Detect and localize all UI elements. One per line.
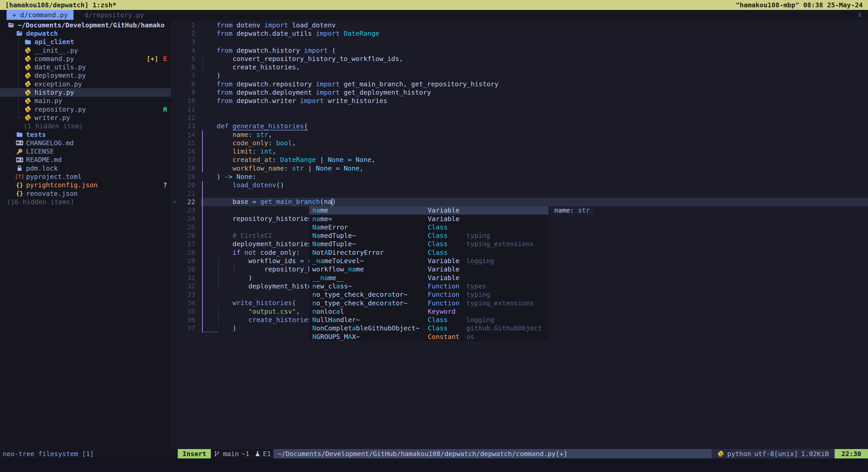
code-token: , [403,80,407,88]
tree-item[interactable]: {}renovate.json [0,189,171,198]
code-token: , [272,148,276,155]
completion-item[interactable]: NGROUPS_MAX~Constantos [309,332,549,341]
line-number: 12 [179,114,195,121]
tree-item[interactable]: command.py[+]E [0,55,171,63]
completion-item[interactable]: _nameToLevel~Variablelogging [309,257,549,265]
completion-kind: Variable [428,257,460,265]
tree-item[interactable]: [T]pyproject.toml [0,172,171,181]
completion-item[interactable]: nameVariable [309,206,549,215]
code-text: create_histories(r [217,316,320,324]
tree-item[interactable]: writer.py [0,113,171,122]
code-line[interactable]: 7) [171,71,868,80]
completion-item[interactable]: no_type_check_decorator~Functiontyping_e… [309,299,549,307]
code-line[interactable]: 4from depwatch.history import ( [171,46,868,55]
tree-item[interactable]: CHANGELOG.md [0,139,171,147]
code-line[interactable]: 18 workflow_name: str | None = None, [171,164,868,172]
close-icon[interactable]: X [851,10,868,20]
code-line[interactable]: 16 limit: int, [171,147,868,155]
tree-item[interactable]: __init__.py [0,46,171,55]
code-line[interactable]: 15 code_only: bool, [171,139,868,147]
completion-item[interactable]: new_class~Functiontypes [309,282,549,290]
completion-item[interactable]: NullHandler~Classlogging [309,316,549,324]
tree-item[interactable]: repository.pyH [0,105,171,113]
code-token: depwatch.history [232,47,304,54]
tree-item[interactable]: deployment.py [0,71,171,80]
code-line[interactable]: 2from depwatch.date_utils import DateRan… [171,29,868,37]
tree-item[interactable]: ~/Documents/Development/GitHub/hamako [0,21,171,29]
line-number: 34 [179,299,195,307]
code-token: import [304,47,328,54]
code-line[interactable]: 6 create_histories, [171,63,868,71]
code-line[interactable]: 13def generate_histories( [171,122,868,130]
completion-source: os [466,333,474,341]
tree-item[interactable]: depwatch [0,29,171,37]
code-token: , [371,156,375,164]
tree-item[interactable]: tests [0,130,171,139]
gutter-sign [171,316,179,324]
code-token: import [264,21,288,29]
gutter-sign [171,72,179,79]
python-icon [24,47,32,54]
code-line[interactable]: 14 name: str, [171,130,868,139]
git-diff-count: ~1 [241,450,249,458]
gutter: 12 [171,114,202,121]
gutter-sign [171,122,179,130]
code-line[interactable]: 21 [171,189,868,198]
completion-item[interactable]: NamedTuple~Classtyping [309,231,549,240]
completion-item[interactable]: workflow_nameVariable [309,265,549,273]
code-line[interactable]: 19) -> None: [171,172,868,181]
gutter: 32 [171,283,202,290]
completion-label-part: ot [316,249,324,256]
completion-item[interactable]: NamedTuple~Classtyping_extensions [309,240,549,248]
completion-label-part: Na [312,232,320,239]
completion-item[interactable]: NotADirectoryErrorClass [309,248,549,257]
tree-item[interactable]: pdm.lock [0,164,171,172]
tree-item[interactable]: main.py [0,97,171,105]
line-number: 31 [179,274,195,282]
tree-item[interactable]: (1 hidden item) [0,122,171,130]
line-number: 16 [179,148,195,155]
tree-item[interactable]: date_utils.py [0,63,171,71]
tree-item[interactable]: {}pyrightconfig.json? [0,181,171,189]
line-number: 2 [179,30,195,37]
code-line[interactable]: 5 convert_repository_history_to_workflow… [171,55,868,63]
indent-guide [218,273,219,282]
encoding: utf-8[unix] [754,450,798,458]
code-line[interactable]: 11 [171,105,868,113]
editor[interactable]: 1from dotenv import load_dotenv2from dep… [171,20,868,449]
tab-repository-py[interactable]: d/repository.py [79,10,150,20]
completion-item[interactable]: NonCompletableGithubObject~Classgithub.G… [309,324,549,332]
completion-item[interactable]: nonlocalKeyword [309,307,549,316]
code-token: base [217,198,252,206]
code-line[interactable]: 12 [171,113,868,122]
tree-item[interactable]: exception.py [0,80,171,88]
tree-item[interactable]: README.md [0,156,171,164]
tree-item[interactable]: LICENSE [0,147,171,155]
completion-item[interactable]: __name__Variable [309,273,549,282]
code-line[interactable]: 17 created_at: DateRange | None = None, [171,156,868,164]
code-line[interactable]: 3 [171,38,868,46]
code-token: None [232,173,252,180]
completion-item[interactable]: NameErrorClass [309,223,549,231]
code-token: generate_histories [232,122,304,130]
indent-guide [218,316,219,324]
gutter-sign [171,131,179,139]
code-line[interactable]: 10from depwatch.writer import write_hist… [171,97,868,105]
gutter: 25 [171,224,202,231]
tree-item[interactable]: api_client [0,38,171,46]
completion-item[interactable]: no_type_check_decorator~Functiontyping [309,291,549,299]
gutter-sign [171,114,179,121]
code-line[interactable]: 1from dotenv import load_dotenv [171,21,868,29]
code-line[interactable]: 20 load_dotenv() [171,181,868,189]
gutter-sign [171,38,179,46]
code-line[interactable]: ~22 base = get_main_branch(na) [171,198,868,206]
tree-item[interactable]: (16 hidden items) [0,198,171,206]
tree-item[interactable]: history.py [0,88,171,96]
code-line[interactable]: 8from depwatch.repository import get_mai… [171,80,868,88]
code-line[interactable]: 9from depwatch.deployment import get_dep… [171,88,868,96]
code-text: name: str, [217,131,272,139]
completion-item[interactable]: name=Variable [309,215,549,223]
tab-command-py[interactable]: + d/command.py [6,10,73,20]
code-token: from [217,21,232,29]
line-number: 28 [179,249,195,256]
